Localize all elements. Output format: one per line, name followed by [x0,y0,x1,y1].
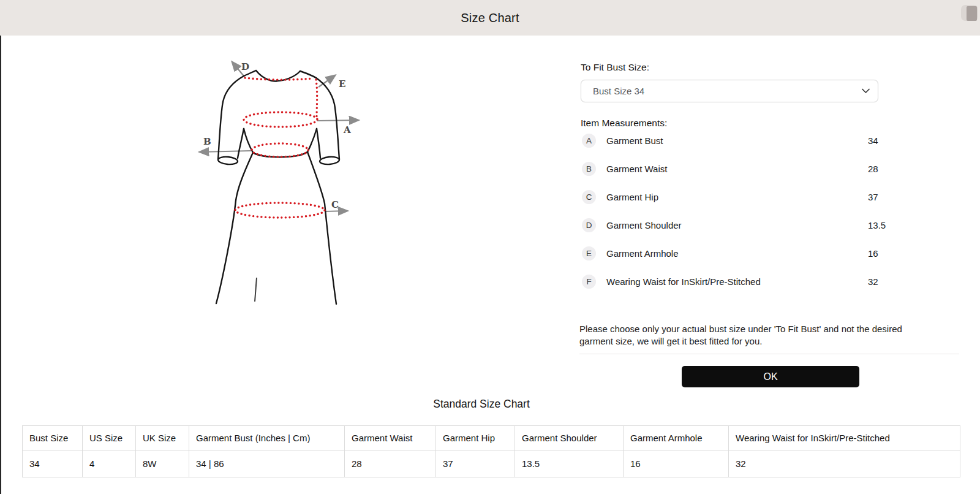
item-measurements-list: A Garment Bust 34 B Garment Waist 28 C G… [581,126,887,295]
measurement-letter-badge: A [582,134,596,148]
measurement-letter-badge: E [582,246,596,260]
measurement-letter-badge: C [582,190,596,204]
measurement-label: Wearing Waist for InSkirt/Pre-Stitched [606,276,761,287]
panel-divider [579,354,959,354]
measurement-letter-badge: D [582,218,596,232]
table-cell: 16 [624,450,729,477]
dress-right-cuff [320,156,340,165]
table-header-row: Bust Size US Size UK Size Garment Bust (… [23,426,960,450]
measurement-label: Garment Hip [606,192,658,202]
measurement-row: A Garment Bust 34 [581,126,887,154]
table-cell: 8W [136,450,189,477]
standard-size-chart-table: Bust Size US Size UK Size Garment Bust (… [22,425,960,477]
measurement-label: Garment Waist [606,164,667,174]
dress-left-sleeve-inner [238,129,244,158]
table-cell: 28 [345,450,436,477]
measurement-row: B Garment Waist 28 [581,154,887,183]
arrow-c [325,211,347,211]
column-header: Garment Waist [345,426,436,450]
measurement-label: Garment Armhole [606,248,679,259]
size-chart-modal: Size Chart [0,0,980,494]
modal-header: Size Chart [0,0,980,36]
to-fit-bust-label: To Fit Bust Size: [581,62,649,73]
shoulder-dotted-line [245,78,312,80]
diagram-label-b: B [203,136,211,147]
standard-size-chart-title: Standard Size Chart [0,398,963,411]
dress-right-skirt [307,152,336,304]
dress-left-skirt [216,153,253,303]
measurement-row: E Garment Armhole 16 [581,239,887,267]
diagram-label-e: E [339,78,345,89]
measurement-value: 32 [868,276,878,287]
measurement-value: 13.5 [868,220,886,230]
column-header: US Size [83,426,136,450]
diagram-label-c: C [331,199,339,210]
column-header: UK Size [136,426,189,450]
table-row: 34 4 8W 34 | 86 28 37 13.5 16 32 [23,450,960,477]
column-header: Garment Shoulder [515,426,624,450]
measurement-label: Garment Shoulder [606,220,682,230]
measurement-value: 16 [868,248,878,259]
dress-diagram-svg: D E A B C [184,50,368,306]
measurement-row: F Wearing Waist for InSkirt/Pre-Stitched… [581,267,887,295]
table-cell: 4 [83,450,136,477]
hip-dotted-ellipse [235,203,325,218]
diagram-label-a: A [343,124,351,135]
measurement-value: 28 [868,164,878,174]
dress-slit-line [255,278,257,302]
bust-size-select[interactable]: Bust Size 34 [581,80,878,102]
bust-dotted-ellipse [244,112,317,127]
armhole-dotted-line [316,80,317,119]
table-cell: 34 [23,450,83,477]
table-cell: 13.5 [515,450,624,477]
table-cell: 34 | 86 [189,450,345,477]
fit-note-text: Please choose only your actual bust size… [579,323,920,348]
dress-right-shoulder [300,71,316,78]
top-right-icon[interactable] [961,3,979,24]
top-right-icon-core [967,6,977,21]
column-header: Garment Hip [436,426,515,450]
measurement-letter-badge: F [582,275,596,289]
page-title: Size Chart [0,0,980,36]
measurement-value: 37 [868,192,878,202]
diagram-label-d: D [241,61,249,72]
table-cell: 37 [436,450,515,477]
modal-left-border [0,0,1,494]
column-header: Garment Bust (Inches | Cm) [189,426,345,450]
bust-size-select-wrap: Bust Size 34 [581,80,878,102]
ok-button[interactable]: OK [682,366,859,387]
table-cell: 32 [729,450,960,477]
dress-measurement-diagram: D E A B C [184,50,368,306]
measurement-row: D Garment Shoulder 13.5 [581,211,887,239]
measurement-value: 34 [868,135,878,146]
dress-right-sleeve-inner [317,129,320,158]
arrow-b [200,151,251,152]
arrow-a [317,120,358,121]
column-header: Garment Armhole [624,426,729,450]
dress-left-cuff [218,156,238,165]
measurement-label: Garment Bust [606,135,663,146]
column-header: Bust Size [23,426,83,450]
column-header: Wearing Waist for InSkirt/Pre-Stitched [729,426,960,450]
measurement-letter-badge: B [582,162,596,176]
measurement-row: C Garment Hip 37 [581,183,887,211]
dress-right-bodice [307,129,317,152]
